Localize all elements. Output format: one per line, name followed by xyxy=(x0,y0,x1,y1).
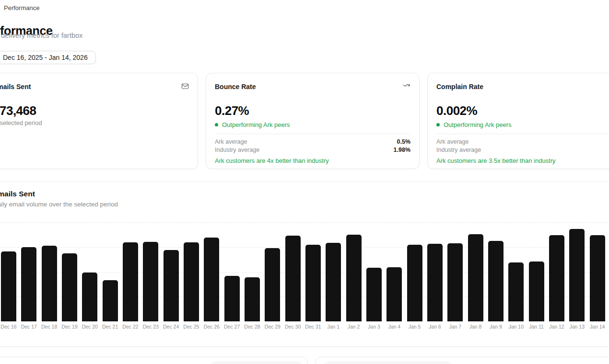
divider xyxy=(436,134,609,134)
chart-bar xyxy=(590,235,605,321)
chart-bar xyxy=(488,241,504,321)
comparison-value: 0.5% xyxy=(397,138,411,146)
chart-plot xyxy=(0,222,609,321)
comparison-label: Industry average xyxy=(436,146,481,154)
chart-bar xyxy=(224,276,240,321)
bounce-rate-value: 0.27% xyxy=(215,103,410,118)
status-text: Outperforming Ark peers xyxy=(444,121,512,128)
comparison-row: Industry average xyxy=(436,146,609,154)
gridline xyxy=(0,247,609,248)
chart-bar xyxy=(468,234,483,321)
comparison-label: Ark average xyxy=(215,138,247,146)
chart-bar xyxy=(326,243,341,321)
chart-bar xyxy=(143,242,158,321)
status-dot-icon xyxy=(215,123,218,126)
page-subtitle: Email delivery metrics for fartbox xyxy=(0,32,82,39)
status-badge: Outperforming Ark peers xyxy=(436,121,609,128)
chart-bar xyxy=(265,248,280,321)
card-title: Complain Rate xyxy=(436,82,483,91)
comparison-row: Ark average 0.5% xyxy=(215,138,410,146)
date-range-value: Dec 16, 2025 - Jan 14, 2026 xyxy=(3,54,88,61)
card-bounce-rate: Bounce Rate 0.27% Outperforming Ark peer… xyxy=(206,73,420,169)
status-dot-icon xyxy=(436,123,440,126)
chart-bar xyxy=(549,235,564,321)
chart-bar xyxy=(42,246,57,321)
comparison-label: Industry average xyxy=(215,146,259,154)
comparison-label: Ark average xyxy=(436,138,468,146)
card-complain-rate: Complain Rate 0.002% Outperforming Ark p… xyxy=(427,73,609,169)
chart-bar xyxy=(285,236,301,321)
skeleton-placeholder xyxy=(323,361,452,364)
emails-sent-chart-card: Emails Sent Daily email volume over the … xyxy=(0,182,609,347)
chart-bar xyxy=(204,238,219,321)
chart-bar xyxy=(508,262,524,321)
comparison-row: Ark average xyxy=(436,138,609,146)
chart-bar xyxy=(407,245,422,321)
comparison-value: 1.98% xyxy=(394,146,410,154)
chart-bar xyxy=(21,247,36,321)
gridline xyxy=(0,222,609,223)
chart-bar xyxy=(346,235,362,321)
chart-bar xyxy=(447,243,463,321)
card-title: Bounce Rate xyxy=(215,82,256,91)
card-note: Ark customers are 4x better than industr… xyxy=(215,157,410,164)
trend-down-icon xyxy=(403,82,410,90)
chart-subtitle: Daily email volume over the selected per… xyxy=(0,201,118,208)
status-text: Outperforming Ark peers xyxy=(222,121,290,128)
chart-bar xyxy=(184,242,199,321)
chart-bar xyxy=(82,273,97,321)
chart-title: Emails Sent xyxy=(0,190,35,198)
chart-bar xyxy=(386,267,402,321)
chart-bar xyxy=(366,268,382,321)
breadcrumb[interactable]: Performance xyxy=(4,4,39,11)
chart-bar xyxy=(103,280,118,321)
skeleton-placeholder xyxy=(210,361,303,364)
divider xyxy=(215,134,410,134)
chart-bar xyxy=(305,245,321,321)
status-badge: Outperforming Ark peers xyxy=(215,121,410,128)
card-title: Emails Sent xyxy=(0,82,31,91)
comparison-row: Industry average 1.98% xyxy=(215,146,410,154)
complain-rate-value: 0.002% xyxy=(436,103,609,118)
chart-bar xyxy=(164,250,179,321)
x-axis-label: Jan 14 xyxy=(584,324,609,330)
card-note: Ark customers are 3.5x better than indus… xyxy=(436,157,609,164)
chart-bar xyxy=(427,244,443,321)
emails-sent-subtitle: In selected period xyxy=(0,119,189,126)
chart-bar xyxy=(529,262,544,321)
envelope-icon xyxy=(181,82,189,90)
card-emails-sent: Emails Sent 173,468 In selected period xyxy=(0,73,198,169)
emails-sent-value: 173,468 xyxy=(0,103,189,118)
bottom-card-right xyxy=(316,357,609,364)
bottom-card-left xyxy=(0,357,308,364)
date-range-picker[interactable]: Dec 16, 2025 - Jan 14, 2026 xyxy=(0,51,96,64)
chart-bar xyxy=(569,229,585,321)
chart-x-axis: Dec 16Dec 17Dec 18Dec 19Dec 20Dec 21Dec … xyxy=(0,324,609,330)
chart-bar xyxy=(62,253,77,321)
chart-bar xyxy=(1,251,16,321)
chart-bar xyxy=(245,277,260,321)
chart-bar xyxy=(123,242,138,321)
